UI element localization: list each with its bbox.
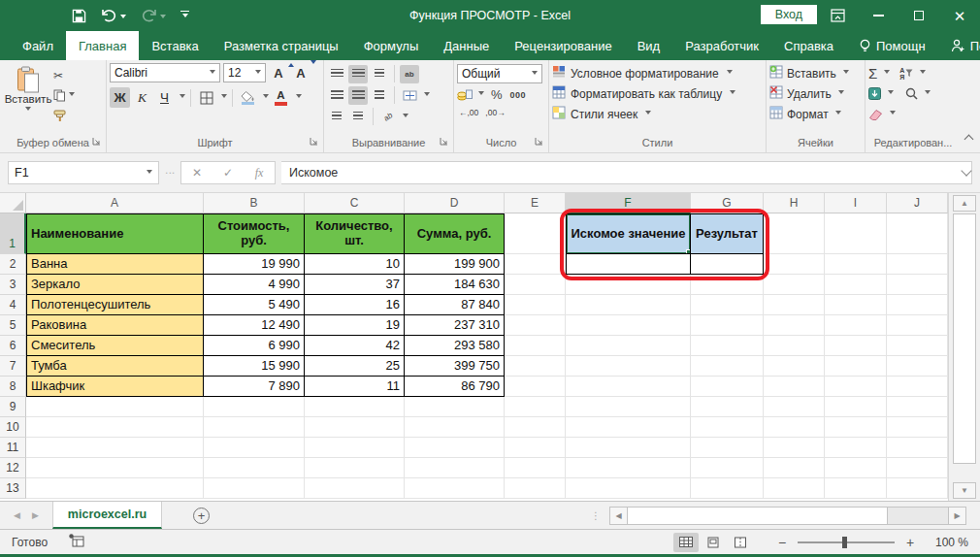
percent-style-icon[interactable]: % — [491, 87, 503, 102]
cell-G10[interactable] — [691, 417, 764, 438]
zoom-slider[interactable] — [798, 533, 895, 552]
cell-A4[interactable]: Полотенцесушитель — [26, 295, 204, 315]
cells-item-0[interactable]: Вставить — [769, 63, 862, 83]
tab-splitter[interactable]: ⋮ — [591, 510, 602, 521]
cell-B13[interactable] — [204, 478, 305, 499]
page-break-view-icon[interactable] — [728, 533, 753, 552]
cell-H3[interactable] — [764, 275, 825, 295]
cell-J9[interactable] — [887, 397, 948, 417]
cell-H6[interactable] — [764, 336, 825, 356]
cell-D6[interactable]: 293 580 — [405, 336, 505, 356]
tab-Главная[interactable]: Главная — [66, 31, 139, 60]
cell-D1[interactable]: Сумма, руб. — [405, 213, 505, 254]
align-center-icon[interactable] — [348, 86, 368, 105]
cell-C6[interactable]: 42 — [305, 336, 405, 356]
tab-Разработчик[interactable]: Разработчик — [672, 31, 771, 60]
col-header-C[interactable]: C — [305, 193, 405, 213]
tab-Справка[interactable]: Справка — [771, 31, 846, 60]
cell-C11[interactable] — [305, 438, 405, 458]
cell-J11[interactable] — [887, 438, 948, 458]
align-left-icon[interactable] — [327, 86, 346, 105]
cell-F5[interactable] — [566, 315, 691, 336]
cell-G6[interactable] — [691, 336, 764, 356]
cell-J2[interactable] — [887, 254, 948, 275]
row-header-8[interactable]: 8 — [0, 377, 26, 397]
cell-C4[interactable]: 16 — [305, 295, 405, 315]
comma-style-icon[interactable]: 000 — [510, 90, 527, 100]
fill-color-icon[interactable] — [238, 87, 258, 108]
cell-C8[interactable]: 11 — [305, 377, 405, 397]
cell-B12[interactable] — [204, 458, 305, 478]
zoom-out-icon[interactable]: − — [776, 535, 788, 550]
cell-I5[interactable] — [825, 315, 887, 336]
col-header-B[interactable]: B — [204, 193, 305, 213]
cell-F9[interactable] — [566, 397, 691, 417]
cell-E4[interactable] — [505, 295, 566, 315]
cell-H4[interactable] — [764, 295, 825, 315]
styles-item-0[interactable]: Условное форматирование — [552, 63, 763, 83]
cell-E2[interactable] — [505, 254, 566, 275]
customize-toolbar-icon[interactable] — [180, 11, 189, 21]
row-header-7[interactable]: 7 — [0, 356, 26, 377]
row-header-2[interactable]: 2 — [0, 254, 26, 275]
enter-icon[interactable]: ✓ — [212, 166, 244, 180]
cell-F8[interactable] — [566, 377, 691, 397]
cell-C13[interactable] — [305, 478, 405, 499]
cell-D3[interactable]: 184 630 — [405, 275, 505, 295]
cell-H2[interactable] — [764, 254, 825, 275]
ribbon-display-options-icon[interactable] — [817, 0, 858, 31]
cell-I1[interactable] — [825, 213, 887, 254]
cell-F10[interactable] — [566, 417, 691, 438]
next-sheet-icon[interactable]: ▶ — [32, 510, 39, 520]
cell-E5[interactable] — [505, 315, 566, 336]
vertical-scroll-thumb[interactable] — [953, 213, 976, 464]
cell-B8[interactable]: 7 890 — [204, 377, 305, 397]
page-layout-view-icon[interactable] — [701, 533, 726, 552]
styles-item-2[interactable]: Стили ячеек — [552, 104, 763, 124]
maximize-button[interactable] — [898, 0, 939, 31]
col-header-E[interactable]: E — [505, 193, 566, 213]
undo-dropdown-arrow[interactable] — [120, 15, 126, 21]
cell-F7[interactable] — [566, 356, 691, 377]
sheet-tab[interactable]: microexcel.ru — [52, 502, 162, 529]
cell-B6[interactable]: 6 990 — [204, 336, 305, 356]
cell-J7[interactable] — [887, 356, 948, 377]
tab-Вид[interactable]: Вид — [625, 31, 673, 60]
number-format-select[interactable]: Общий — [457, 64, 542, 83]
cell-I4[interactable] — [825, 295, 887, 315]
sort-filter-icon[interactable]: АЯ — [899, 67, 913, 81]
cell-B10[interactable] — [204, 417, 305, 438]
cell-F2[interactable] — [566, 254, 691, 275]
tab-Поделиться[interactable]: Поделиться — [938, 31, 980, 60]
cell-A1[interactable]: Наименование — [26, 213, 204, 254]
cell-H8[interactable] — [764, 377, 825, 397]
cell-A7[interactable]: Тумба — [26, 356, 204, 377]
cell-C5[interactable]: 19 — [305, 315, 405, 336]
cell-G9[interactable] — [691, 397, 764, 417]
align-bottom-icon[interactable] — [370, 65, 389, 83]
cell-H11[interactable] — [764, 438, 825, 458]
cell-C3[interactable]: 37 — [305, 275, 405, 295]
cell-I8[interactable] — [825, 377, 887, 397]
cell-H10[interactable] — [764, 417, 825, 438]
cell-B9[interactable] — [204, 397, 305, 417]
cell-F12[interactable] — [566, 458, 691, 478]
cell-G13[interactable] — [691, 478, 764, 499]
paste-button[interactable]: Вставить — [3, 63, 53, 136]
col-header-A[interactable]: A — [26, 193, 204, 213]
new-sheet-button[interactable]: + — [193, 502, 210, 529]
cell-E12[interactable] — [505, 458, 566, 478]
align-top-icon[interactable] — [327, 65, 346, 83]
normal-view-icon[interactable] — [673, 533, 699, 552]
col-header-J[interactable]: J — [887, 193, 948, 213]
cell-J13[interactable] — [887, 478, 948, 499]
tab-Вставка[interactable]: Вставка — [139, 31, 211, 60]
format-painter-icon[interactable] — [53, 108, 75, 124]
cell-F3[interactable] — [566, 275, 691, 295]
cell-I2[interactable] — [825, 254, 887, 275]
font-color-icon[interactable]: А — [271, 87, 291, 108]
cell-D8[interactable]: 86 790 — [405, 377, 505, 397]
cell-J1[interactable] — [887, 213, 948, 254]
cell-D7[interactable]: 399 750 — [405, 356, 505, 377]
row-header-3[interactable]: 3 — [0, 275, 26, 295]
